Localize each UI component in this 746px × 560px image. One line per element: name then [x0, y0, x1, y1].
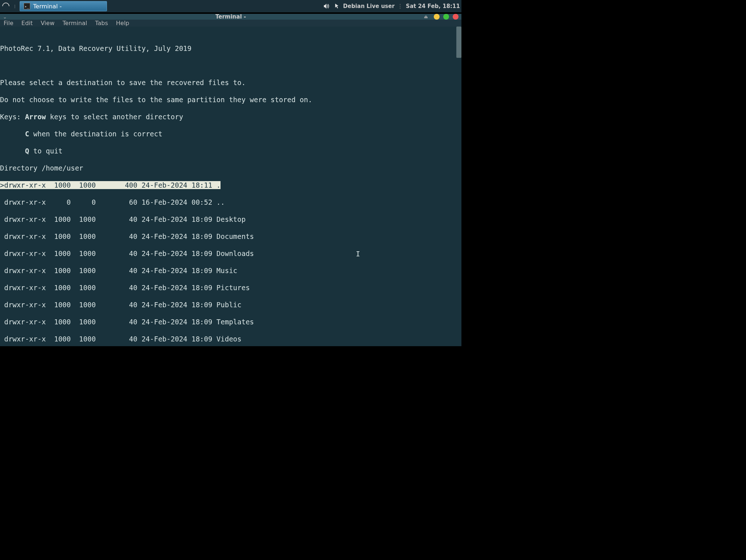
terminal-body[interactable]: PhotoRec 7.1, Data Recovery Utility, Jul… — [0, 27, 461, 346]
menu-help[interactable]: Help — [116, 20, 129, 27]
dir-row[interactable]: drwxr-xr-x 1000 1000 40 24-Feb-2024 18:0… — [0, 301, 461, 309]
close-button[interactable] — [453, 14, 459, 20]
menubar: File Edit View Terminal Tabs Help — [0, 20, 461, 27]
taskbar-left: ⋮ ▸_ Terminal - — [1, 1, 107, 11]
menu-terminal[interactable]: Terminal — [63, 20, 87, 27]
titlebar-arrow-icon[interactable]: ⌄ — [3, 14, 7, 20]
dir-row[interactable]: drwxr-xr-x 1000 1000 40 24-Feb-2024 18:0… — [0, 267, 461, 275]
eject-icon[interactable]: ⏏ — [424, 14, 428, 19]
dir-row[interactable]: drwxr-xr-x 1000 1000 40 24-Feb-2024 18:0… — [0, 215, 461, 224]
titlebar[interactable]: ⌄ Terminal - ⏏ — [0, 14, 461, 20]
minimize-button[interactable] — [434, 14, 440, 20]
menu-view[interactable]: View — [41, 20, 55, 27]
taskbar-separator: ⋮ — [397, 3, 403, 9]
terminal-line: PhotoRec 7.1, Data Recovery Utility, Jul… — [0, 44, 461, 53]
terminal-line: Do not choose to write the files to the … — [0, 96, 461, 104]
taskbar-datetime: Sat 24 Feb, 18:11 — [406, 3, 460, 9]
volume-icon[interactable] — [323, 3, 330, 10]
terminal-line: C when the destination is correct — [0, 130, 461, 139]
taskbar-user-text: Debian Live user — [343, 3, 395, 9]
task-button-terminal[interactable]: ▸_ Terminal - — [20, 1, 107, 11]
terminal-line: Please select a destination to save the … — [0, 79, 461, 87]
dir-row[interactable]: drwxr-xr-x 0 0 60 16-Feb-2024 00:52 .. — [0, 198, 461, 207]
dir-row[interactable]: drwxr-xr-x 1000 1000 40 24-Feb-2024 18:0… — [0, 335, 461, 344]
dir-row[interactable]: drwxr-xr-x 1000 1000 40 24-Feb-2024 18:0… — [0, 249, 461, 258]
text-cursor-icon: I — [356, 250, 360, 259]
taskbar: ⋮ ▸_ Terminal - Debian Live user ⋮ Sat 2… — [0, 0, 461, 12]
dir-row[interactable]: drwxr-xr-x 1000 1000 40 24-Feb-2024 18:0… — [0, 318, 461, 327]
scrollbar[interactable] — [456, 27, 461, 58]
dir-row-selected[interactable]: >drwxr-xr-x 1000 1000 400 24-Feb-2024 18… — [0, 181, 461, 190]
mouse-icon[interactable] — [333, 3, 340, 10]
terminal-line: Directory /home/user — [0, 164, 461, 173]
menu-dots-icon[interactable]: ⋮ — [12, 3, 18, 9]
terminal-line: Keys: Arrow keys to select another direc… — [0, 113, 461, 121]
dir-row[interactable]: drwxr-xr-x 1000 1000 40 24-Feb-2024 18:0… — [0, 284, 461, 292]
terminal-window: ⌄ Terminal - ⏏ File Edit View Terminal T… — [0, 14, 461, 346]
terminal-line: Q to quit — [0, 147, 461, 156]
taskbar-right: Debian Live user ⋮ Sat 24 Feb, 18:11 — [323, 3, 460, 10]
menu-tabs[interactable]: Tabs — [95, 20, 108, 27]
debian-logo-icon[interactable] — [1, 2, 10, 11]
menu-edit[interactable]: Edit — [21, 20, 33, 27]
menu-file[interactable]: File — [4, 20, 13, 27]
window-title: Terminal - — [215, 13, 246, 20]
dir-row[interactable]: drwxr-xr-x 1000 1000 40 24-Feb-2024 18:0… — [0, 232, 461, 241]
task-button-label: Terminal - — [33, 3, 61, 10]
titlebar-controls: ⏏ — [424, 14, 459, 20]
terminal-icon: ▸_ — [24, 3, 30, 9]
maximize-button[interactable] — [443, 14, 449, 20]
terminal-line — [0, 61, 461, 70]
